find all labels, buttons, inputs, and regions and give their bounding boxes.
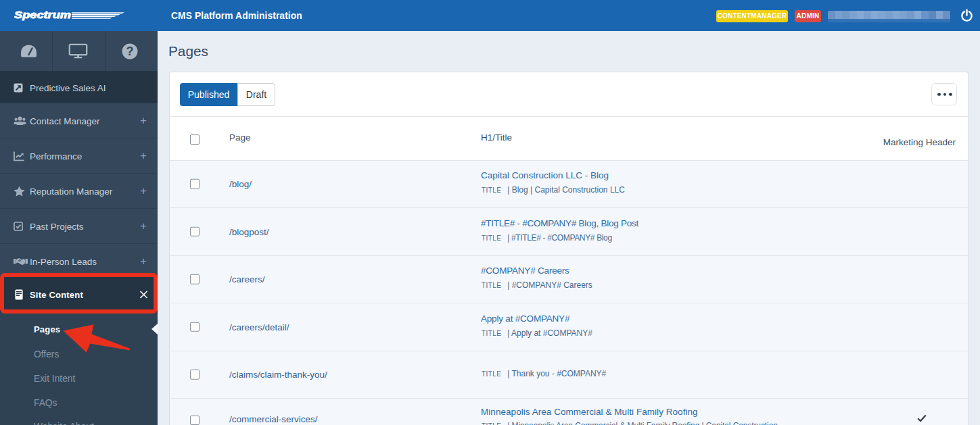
svg-text:?: ?: [126, 45, 134, 58]
svg-text:Spectrum: Spectrum: [14, 9, 71, 20]
